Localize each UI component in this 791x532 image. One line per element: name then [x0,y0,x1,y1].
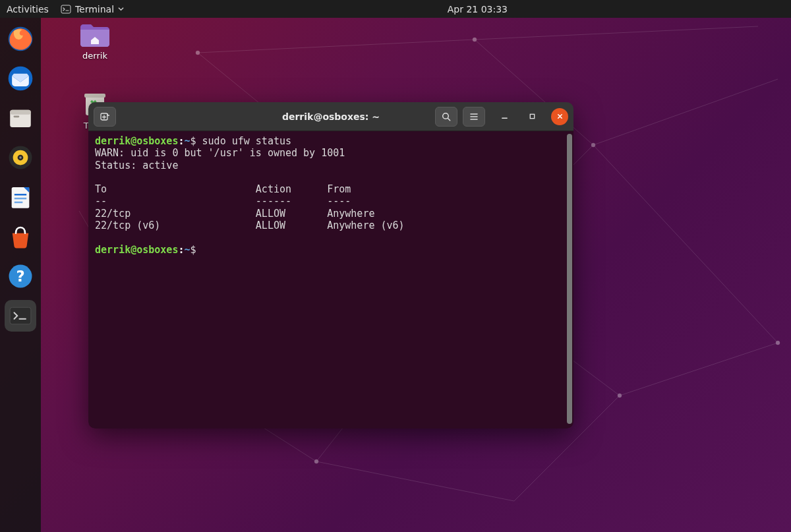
firefox-icon [6,24,35,53]
maximize-icon [529,113,536,120]
dock-item-help[interactable]: ? [5,260,36,292]
thunderbird-icon [6,64,35,93]
svg-rect-25 [10,307,31,324]
home-folder-icon [79,22,111,48]
window-title: derrik@osboxes: ~ [282,111,380,122]
ufw-table: To Action From -- ------ ---- 22/tcp ALL… [95,183,405,231]
terminal-body[interactable]: derrik@osboxes:~$ sudo ufw status WARN: … [88,131,573,429]
svg-rect-19 [12,187,30,208]
output-status: Status: active [95,160,178,171]
svg-point-18 [19,156,22,159]
maximize-button[interactable] [523,108,541,125]
prompt-path: ~ [184,244,190,256]
dock-item-files[interactable] [5,102,36,134]
terminal-app-icon [61,4,71,15]
activities-label: Activities [7,4,49,15]
svg-rect-30 [530,114,534,118]
chevron-down-icon [118,6,124,12]
minimize-button[interactable] [496,108,513,125]
dock-item-writer[interactable] [5,181,36,213]
prompt-user: derrik [95,135,131,147]
app-menu-label: Terminal [75,4,114,15]
search-button[interactable] [435,107,457,127]
dock-item-terminal[interactable] [5,300,36,332]
dock: ? [0,18,41,532]
svg-rect-14 [14,116,20,118]
help-icon: ? [7,262,34,290]
ubuntu-software-icon [7,223,34,251]
command-text: sudo ufw status [202,135,291,147]
svg-rect-27 [84,94,105,98]
hamburger-icon [469,111,479,122]
terminal-window: derrik@osboxes: ~ [88,102,573,429]
svg-text:?: ? [16,268,24,285]
menu-button[interactable] [463,107,485,127]
svg-rect-9 [61,5,71,13]
top-bar: Activities Terminal Apr 21 03:33 [0,0,791,18]
dock-item-thunderbird[interactable] [5,63,36,94]
clock[interactable]: Apr 21 03:33 [264,4,527,15]
svg-rect-22 [15,202,23,204]
new-tab-button[interactable] [94,107,116,127]
terminal-scrollbar[interactable] [567,134,572,424]
prompt-symbol: $ [190,244,202,256]
svg-rect-13 [10,110,31,115]
app-menu[interactable]: Terminal [61,4,124,15]
terminal-titlebar[interactable]: derrik@osboxes: ~ [88,102,573,131]
files-icon [7,104,34,132]
svg-rect-20 [15,194,26,196]
prompt-user: derrik [95,244,131,256]
desktop-icon-label: derrik [82,51,107,61]
output-warn: WARN: uid is 0 but '/usr' is owned by 10… [95,147,345,159]
search-icon [441,111,452,122]
prompt-path: ~ [184,135,190,147]
desktop-icon-home[interactable]: derrik [69,22,121,61]
dock-item-firefox[interactable] [5,23,36,55]
libreoffice-writer-icon [7,184,34,210]
prompt-host: osboxes [136,135,178,147]
close-button[interactable] [551,108,568,125]
terminal-icon [8,303,33,328]
minimize-icon [501,113,508,120]
activities-button[interactable]: Activities [7,4,49,15]
dock-item-software[interactable] [5,221,36,252]
prompt-symbol: $ [190,135,202,147]
prompt-at: @ [131,244,136,256]
svg-rect-21 [15,198,26,200]
prompt-at: @ [131,135,136,147]
new-tab-icon [100,111,110,122]
dock-item-rhythmbox[interactable] [5,142,36,173]
clock-label: Apr 21 03:33 [448,4,508,15]
prompt-host: osboxes [136,244,178,256]
rhythmbox-icon [7,144,34,171]
close-icon [556,113,564,120]
